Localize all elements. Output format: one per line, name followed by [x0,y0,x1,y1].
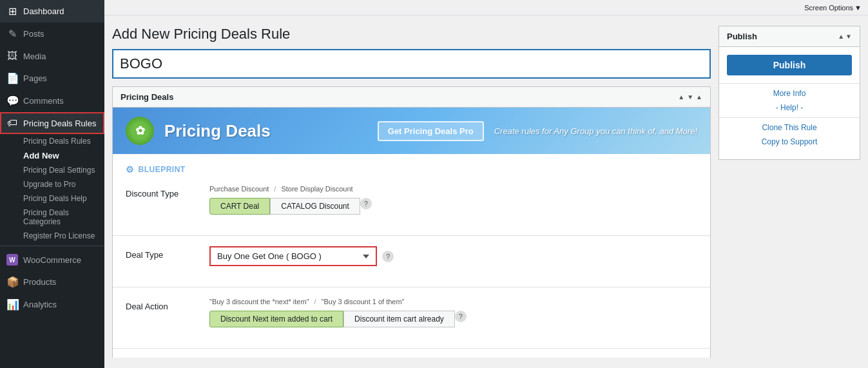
media-icon: 🖼 [6,50,18,62]
topbar: Screen Options ▼ [104,0,868,15]
blue-banner: ✿ Pricing Deals Get Pricing Deals Pro Cr… [113,108,710,154]
cart-deal-button[interactable]: CART Deal [209,198,270,215]
discount-type-controls: Purchase Discount / Store Display Discou… [209,185,697,215]
help-link[interactable]: - Help! - [719,101,860,115]
publish-header-controls: ▲ ▼ [838,33,852,40]
deal-action-label: Deal Action [126,298,197,311]
discount-type-sublabels: Purchase Discount / Store Display Discou… [209,185,697,193]
sidebar-item-dashboard[interactable]: ⊞ Dashboard [0,0,104,23]
deal-action-section: Deal Action "Buy 3 discount the *next* i… [113,287,710,349]
deal-type-controls: Buy One Get One ( BOGO ) Bulk Discount P… [209,246,697,266]
deal-action-sublabel-right: "Buy 3 discount 1 of them" [322,298,405,305]
woocommerce-icon: W [6,254,18,266]
main-content-area: Add New Pricing Deals Rule Pricing Deals… [112,26,711,358]
gear-icon: ⚙ [126,164,135,175]
more-info-link[interactable]: More Info [719,86,860,101]
sidebar-item-label: Pages [23,73,47,83]
collapse-up-icon[interactable]: ▲ [678,93,684,101]
dashboard-icon: ⊞ [6,5,18,17]
deal-select-wrap: Buy One Get One ( BOGO ) Bulk Discount P… [209,246,697,266]
sidebar-item-label: Pricing Deals Rules [23,119,96,128]
banner-logo-text: ✿ [135,124,145,138]
publish-header: Publish ▲ ▼ [719,26,860,47]
deal-action-controls: "Buy 3 discount the *next* item" / "Buy … [209,298,697,327]
discount-next-item-button[interactable]: Discount Next item added to cart [209,311,343,327]
sidebar-item-analytics[interactable]: 📊 Analytics [0,293,104,316]
collapse-toggle-icon[interactable]: ▲ [696,93,702,101]
separator: / [274,185,276,193]
sidebar-item-label: Analytics [23,300,57,309]
sidebar-item-label: Media [23,52,46,61]
pricing-deals-header-label: Pricing Deals [121,92,173,102]
publish-divider-2 [719,117,860,118]
deal-action-help-icon: ? [455,311,467,322]
sidebar-sub-register-pro-license[interactable]: Register Pro License [0,229,104,243]
copy-to-support-link[interactable]: Copy to Support [719,135,860,149]
deal-action-sublabel-left: "Buy 3 discount the *next* item" [209,298,309,305]
chevron-down-icon: ▼ [854,4,862,12]
deal-action-row: Deal Action "Buy 3 discount the *next* i… [126,298,697,327]
sidebar-item-label: Products [23,277,56,287]
collapse-down-icon[interactable]: ▼ [687,93,693,101]
deal-type-section: Deal Type Buy One Get One ( BOGO ) Bulk … [113,236,710,287]
publish-button[interactable]: Publish [727,55,852,75]
deal-type-help-icon: ? [382,251,394,262]
deal-type-select[interactable]: Buy One Get One ( BOGO ) Bulk Discount P… [209,246,377,266]
store-display-discount-label: Store Display Discount [281,185,352,193]
posts-icon: ✎ [6,28,18,40]
sidebar-sub-add-new[interactable]: Add New [0,148,104,163]
pricing-deals-box: Pricing Deals ▲ ▼ ▲ ✿ Pricing Deals Get … [112,86,711,358]
sidebar-sub-pricing-deals-rules[interactable]: Pricing Deals Rules [0,134,104,148]
comments-icon: 💬 [6,95,18,107]
blueprint-header: ⚙ BLUEPRINT [126,164,697,175]
banner-logo: ✿ [126,117,154,145]
sidebar-sub-pricing-deal-settings[interactable]: Pricing Deal Settings [0,163,104,177]
separator: / [314,298,316,305]
sidebar-sub-pricing-deals-help[interactable]: Pricing Deals Help [0,191,104,206]
discount-item-cart-already-button[interactable]: Discount item cart already [343,311,455,327]
rule-title-input[interactable] [112,49,711,79]
discount-type-toggle-group: CART Deal CATALOG Discount ? [209,198,697,215]
sidebar-item-products[interactable]: 📦 Products [0,271,104,293]
blueprint-section: ⚙ BLUEPRINT Discount Type Purchase Disco… [113,154,710,236]
analytics-icon: 📊 [6,298,18,311]
content-area: Add New Pricing Deals Rule Pricing Deals… [104,15,868,368]
publish-collapse-down-icon[interactable]: ▼ [845,33,852,40]
discount-type-help-icon: ? [360,198,372,209]
deal-schedule-section: Deal Schedule Begin Date End Date Rule I… [113,349,710,358]
screen-options-button[interactable]: Screen Options ▼ [804,4,862,12]
sidebar-sub-pricing-deals-categories[interactable]: Pricing Deals Categories [0,206,104,229]
sidebar-item-woocommerce[interactable]: W WooCommerce [0,249,104,271]
deal-type-label: Deal Type [126,246,197,260]
publish-collapse-up-icon[interactable]: ▲ [838,33,844,40]
products-icon: 📦 [6,276,18,288]
sidebar: ⊞ Dashboard ✎ Posts 🖼 Media 📄 Pages 💬 Co… [0,0,104,368]
clone-this-rule-link[interactable]: Clone This Rule [719,121,860,135]
deal-action-sublabels: "Buy 3 discount the *next* item" / "Buy … [209,298,697,305]
sidebar-item-label: Comments [23,96,64,106]
pricing-deals-header-controls: ▲ ▼ ▲ [678,93,702,101]
banner-tagline: Create rules for Any Group you can think… [494,126,697,136]
get-pricing-deals-pro-button[interactable]: Get Pricing Deals Pro [378,121,484,141]
sidebar-sub-upgrade-to-pro[interactable]: Upgrade to Pro [0,177,104,191]
title-input-wrapper [112,49,711,79]
sidebar-item-posts[interactable]: ✎ Posts [0,23,104,45]
sidebar-item-pages[interactable]: 📄 Pages [0,67,104,90]
sidebar-item-label: WooCommerce [23,255,81,265]
sidebar-item-media[interactable]: 🖼 Media [0,45,104,67]
deal-action-toggle-group: Discount Next item added to cart Discoun… [209,311,697,327]
publish-divider [719,83,860,84]
purchase-discount-label: Purchase Discount [209,185,269,193]
sidebar-item-pricing-deals[interactable]: 🏷 Pricing Deals Rules [0,112,104,134]
sidebar-item-label: Dashboard [23,6,64,16]
main-area: Screen Options ▼ Add New Pricing Deals R… [104,0,868,368]
publish-box: Publish ▲ ▼ Publish More Info - Help! - … [719,26,860,160]
sidebar-item-comments[interactable]: 💬 Comments [0,90,104,112]
pricing-deals-icon: 🏷 [6,117,18,129]
sidebar-item-label: Posts [23,29,44,39]
deal-type-row: Deal Type Buy One Get One ( BOGO ) Bulk … [126,246,697,266]
publish-header-label: Publish [727,32,757,41]
catalog-discount-button[interactable]: CATALOG Discount [270,198,360,215]
discount-type-row: Discount Type Purchase Discount / Store … [126,185,697,215]
pricing-deals-header: Pricing Deals ▲ ▼ ▲ [113,87,710,108]
